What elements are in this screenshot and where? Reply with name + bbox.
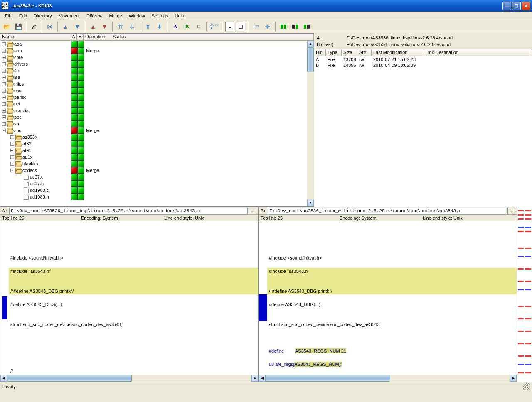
merge-b-button[interactable]: B [182,22,192,32]
menu-directory[interactable]: Directory [30,12,55,19]
tree-row[interactable]: +oss [0,87,314,94]
diff-overview[interactable] [517,207,532,382]
tree-row[interactable]: +pcmcia [0,107,314,114]
tree-row[interactable]: -codecsMerge [0,167,314,174]
scroll-thumb[interactable] [7,375,132,382]
double-up-icon[interactable]: ⇈ [116,22,126,32]
diff-a-hscroll[interactable]: ◀ ▶ [0,375,258,382]
scroll-thumb[interactable] [307,47,314,72]
scroll-track[interactable] [7,375,251,382]
expander-icon[interactable]: + [2,49,6,53]
menu-edit[interactable]: Edit [16,12,30,19]
scroll-left-icon[interactable]: ◀ [0,375,7,382]
scroll-up-icon[interactable]: ▲ [307,41,314,47]
expander-icon[interactable]: + [10,149,14,152]
prev-diff-icon[interactable]: ▲ [61,22,71,32]
ftcol-attr[interactable]: Attr [357,49,372,56]
tree-row[interactable]: ac97.c [0,174,314,180]
menu-movement[interactable]: Movement [55,12,83,19]
close-button[interactable]: ✕ [522,2,530,10]
resize-grip-icon[interactable] [523,383,530,390]
open-icon[interactable]: 📂 [2,22,12,32]
expander-icon[interactable]: + [10,135,14,139]
diff-a-path-input[interactable] [9,208,248,214]
tree-row[interactable]: +sh [0,120,314,127]
tree-row[interactable]: ad1980.h [0,194,314,200]
split-3-icon[interactable] [302,22,312,32]
tree-row[interactable]: +au1x [0,154,314,160]
expander-icon[interactable]: + [10,155,14,159]
ftcol-dir[interactable]: Dir [314,49,326,56]
down-icon[interactable]: ⬇ [155,22,165,32]
menu-diffview[interactable]: Diffview [83,12,106,19]
scroll-thumb[interactable] [266,375,390,382]
diff-b-hscroll[interactable]: ◀ ▶ [259,375,517,382]
expander-icon[interactable]: + [2,115,6,119]
file-row[interactable]: AFile13708rw2010-07-21 15:02:23 [314,56,532,62]
col-b[interactable]: B [77,34,84,40]
up-icon[interactable]: ⬆ [143,22,153,32]
scroll-left-icon[interactable]: ◀ [259,375,266,382]
ftcol-mod[interactable]: Last Modification [372,49,424,56]
browse-button[interactable]: ... [507,208,515,214]
merge-c-button[interactable]: C [194,22,204,32]
expander-icon[interactable]: - [2,129,6,132]
tree-row[interactable]: +isa [0,74,314,81]
expander-icon[interactable]: + [2,56,6,59]
view-b-button[interactable] [236,22,245,31]
expander-icon[interactable]: + [2,102,6,106]
scroll-track[interactable] [266,375,510,382]
expander-icon[interactable]: + [2,42,6,46]
minimize-button[interactable]: — [502,2,511,10]
diff-b-code[interactable]: #include <sound/initval.h> #include "as3… [259,221,517,375]
tree-row[interactable]: +mips [0,81,314,87]
maximize-button[interactable]: ❐ [512,2,521,10]
scroll-right-icon[interactable]: ▶ [510,375,517,382]
reload-icon[interactable]: ⋈ [45,22,55,32]
tree-body[interactable]: +aoa+armMerge+core+drivers+i2c+isa+mips+… [0,41,314,206]
expander-icon[interactable]: + [2,109,6,113]
ftcol-size[interactable]: Size [342,49,357,56]
menu-settings[interactable]: Settings [148,12,172,19]
col-a[interactable]: A [70,34,77,40]
menu-merge[interactable]: Merge [106,12,125,19]
tree-row[interactable]: +at91 [0,147,314,154]
expander-icon[interactable]: + [2,62,6,66]
scroll-down-icon[interactable]: ▼ [307,200,314,206]
expander-icon[interactable]: + [2,96,6,99]
expander-icon[interactable]: - [10,169,14,172]
tree-row[interactable]: ad1980.c [0,187,314,194]
next-conflict-icon[interactable]: ▼ [100,22,110,32]
tree-scrollbar[interactable]: ▲ ▼ [307,41,314,206]
diff-b-path-input[interactable] [268,208,506,214]
split-1-icon[interactable] [278,22,288,32]
col-status[interactable]: Status [111,34,314,40]
expander-icon[interactable]: + [10,142,14,146]
file-row[interactable]: BFile14855rw2010-04-09 13:02:39 [314,62,532,68]
tree-row[interactable]: +armMerge [0,47,314,54]
ftcol-link[interactable]: Link-Destination [424,49,532,56]
tree-row[interactable]: +i2c [0,67,314,74]
tree-row[interactable]: +pci [0,100,314,107]
menu-window[interactable]: Window [126,12,148,19]
tree-row[interactable]: -socMerge [0,127,314,134]
tree-row[interactable]: +at32 [0,140,314,147]
next-diff-icon[interactable]: ▼ [72,22,82,32]
expander-icon[interactable]: + [2,89,6,93]
auto-merge-icon[interactable]: AUTO⬇ [209,22,219,32]
tree-row[interactable]: +blackfin [0,160,314,167]
col-name[interactable]: Name [0,34,70,40]
ftcol-type[interactable]: Type [326,49,342,56]
tree-row[interactable]: ac97.h [0,180,314,187]
double-down-icon[interactable]: ⇊ [127,22,137,32]
expander-icon[interactable]: + [2,122,6,126]
prev-conflict-icon[interactable]: ▲ [88,22,98,32]
line-numbers-icon[interactable]: 123 [251,22,261,32]
view-a-button[interactable] [225,22,234,31]
scroll-right-icon[interactable]: ▶ [251,375,258,382]
col-operation[interactable]: Operation [84,34,111,40]
split-2-icon[interactable] [290,22,300,32]
expander-icon[interactable]: + [2,69,6,73]
expander-icon[interactable]: + [10,162,14,166]
browse-button[interactable]: ... [249,208,256,214]
